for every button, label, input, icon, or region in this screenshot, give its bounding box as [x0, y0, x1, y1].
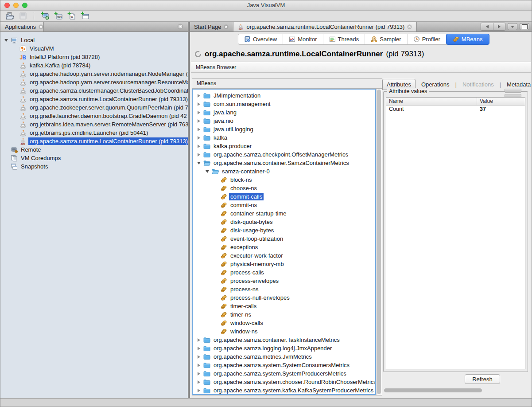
mbean-tree-item[interactable]: org.apache.samza.system.SystemProducersM…	[193, 369, 375, 378]
minimize-window-button[interactable]	[13, 3, 19, 8]
document-tab-start-page[interactable]: Start Page	[190, 22, 233, 31]
add-vm-coredump-button[interactable]: 01	[67, 11, 77, 21]
tab-list-dropdown-button[interactable]	[508, 23, 517, 30]
mbean-tree-item[interactable]: disk-usage-bytes	[193, 226, 375, 235]
mbean-tree-item[interactable]: choose-ns	[193, 184, 375, 192]
mbean-tree-item[interactable]: java.nio	[193, 117, 375, 125]
add-snapshot-button[interactable]	[80, 11, 90, 21]
save-button[interactable]	[18, 11, 28, 21]
view-tab-mbeans[interactable]: MBeans	[446, 34, 489, 45]
mbean-tree-item[interactable]: timer-ns	[193, 310, 375, 319]
expand-toggle-icon[interactable]	[196, 126, 202, 133]
mbean-tree-item[interactable]: process-null-envelopes	[193, 294, 375, 302]
view-tab-sampler[interactable]: Sampler	[365, 34, 407, 44]
application-tree-item[interactable]: JMXorg.apache.samza.runtime.LocalContain…	[0, 137, 188, 145]
scroll-tabs-left-button[interactable]	[481, 23, 493, 30]
column-header-value[interactable]: Value	[477, 98, 525, 105]
mbean-tree-item[interactable]: container-startup-time	[193, 209, 375, 218]
mbean-tree-item[interactable]: org.apache.samza.container.SamzaContaine…	[193, 159, 375, 167]
application-tree-item[interactable]: org.apache.zookeeper.server.quorum.Quoru…	[0, 103, 188, 112]
maximize-view-button[interactable]	[520, 23, 529, 30]
application-tree-item[interactable]: org.apache.samza.runtime.LocalContainerR…	[0, 95, 188, 103]
collapse-toggle-icon[interactable]	[196, 160, 202, 166]
mbeans-tree-scrollbar[interactable]	[376, 89, 382, 395]
attribute-row[interactable]: Count37	[386, 106, 525, 113]
mbean-tree-item[interactable]: window-ns	[193, 327, 375, 336]
view-tab-overview[interactable]: iOverview	[238, 34, 283, 44]
expand-toggle-icon[interactable]	[196, 143, 202, 149]
collapse-toggle-icon[interactable]	[3, 37, 9, 43]
add-remote-host-button[interactable]	[40, 11, 50, 21]
column-header-name[interactable]: Name	[386, 98, 477, 105]
application-tree-item[interactable]: VisualVM	[0, 44, 188, 53]
application-tree-item[interactable]: kafka.Kafka (pid 78784)	[0, 61, 188, 70]
mbean-tree-item[interactable]: org.apache.samza.container.TaskInstanceM…	[193, 336, 375, 344]
application-tree-item[interactable]: org.apache.samza.clustermanager.ClusterB…	[0, 86, 188, 95]
mbean-tree-item[interactable]: org.apache.samza.checkpoint.OffsetManage…	[193, 150, 375, 159]
expand-toggle-icon[interactable]	[196, 110, 202, 116]
mbean-tree-item[interactable]: executor-work-factor	[193, 251, 375, 260]
close-icon[interactable]	[407, 24, 412, 30]
zoom-window-button[interactable]	[22, 3, 27, 8]
application-tree-item[interactable]: org.jetbrains.idea.maven.server.RemoteMa…	[0, 120, 188, 129]
application-tree-item[interactable]: org.jetbrains.jps.cmdline.Launcher (pid …	[0, 129, 188, 137]
mbean-tree-item[interactable]: process-envelopes	[193, 277, 375, 285]
mbean-tree-item[interactable]: org.apache.samza.system.chooser.RoundRob…	[193, 378, 375, 386]
scrollbar-thumb[interactable]	[384, 388, 482, 392]
scroll-tabs-right-button[interactable]	[493, 23, 505, 30]
mbean-tree-item[interactable]: process-calls	[193, 268, 375, 277]
close-icon[interactable]	[38, 24, 44, 30]
application-tree-item[interactable]: org.gradle.launcher.daemon.bootstrap.Gra…	[0, 112, 188, 120]
view-tab-monitor[interactable]: Monitor	[283, 34, 323, 44]
application-tree-item[interactable]: JBIntelliJ Platform (pid 38728)	[0, 53, 188, 61]
mbean-tree-item[interactable]: org.apache.samza.logging.log4j.JmxAppend…	[193, 344, 375, 352]
application-tree-item[interactable]: org.apache.hadoop.yarn.server.resourcema…	[0, 78, 188, 86]
minimize-panel-icon[interactable]	[177, 23, 183, 30]
mbean-tree-item[interactable]: process-ns	[193, 285, 375, 294]
expand-toggle-icon[interactable]	[196, 118, 202, 124]
mbean-tree-item[interactable]: timer-calls	[193, 302, 375, 310]
mbean-tree-item[interactable]: org.apache.samza.system.SystemConsumersM…	[193, 361, 375, 369]
mbean-tree-item[interactable]: exceptions	[193, 243, 375, 251]
expand-toggle-icon[interactable]	[196, 354, 202, 360]
mbean-tree-item[interactable]: commit-calls	[193, 192, 375, 201]
expand-toggle-icon[interactable]	[196, 135, 202, 141]
mbean-tree-item[interactable]: disk-quota-bytes	[193, 218, 375, 226]
mbean-tree-item[interactable]: kafka	[193, 133, 375, 142]
mbean-tree-item[interactable]: java.lang	[193, 108, 375, 117]
application-tree-item[interactable]: VM Coredumps	[0, 154, 188, 162]
application-tree-item[interactable]: org.apache.hadoop.yarn.server.nodemanage…	[0, 70, 188, 78]
mbean-tree-item[interactable]: kafka.producer	[193, 142, 375, 150]
mbean-tree-item[interactable]: JMImplementation	[193, 91, 375, 100]
application-tree-item[interactable]: Remote	[0, 145, 188, 154]
expand-toggle-icon[interactable]	[196, 345, 202, 352]
close-icon[interactable]	[223, 24, 229, 30]
document-tab-local-container-runner[interactable]: JMXorg.apache.samza.runtime.LocalContain…	[233, 22, 417, 31]
mbean-tree-item[interactable]: samza-container-0	[193, 167, 375, 176]
mbean-tree-item[interactable]: physical-memory-mb	[193, 260, 375, 268]
mbean-tree-item[interactable]: window-calls	[193, 319, 375, 327]
expand-toggle-icon[interactable]	[196, 379, 202, 385]
expand-toggle-icon[interactable]	[196, 387, 202, 394]
view-tab-threads[interactable]: Threads	[323, 34, 365, 44]
expand-toggle-icon[interactable]	[196, 337, 202, 343]
mbean-tree-item[interactable]: org.apache.samza.system.kafka.KafkaSyste…	[193, 386, 375, 395]
detail-tab-metadata[interactable]: Metadata	[503, 79, 532, 90]
mbean-tree-item[interactable]: com.sun.management	[193, 100, 375, 108]
mbean-tree-item[interactable]: commit-ns	[193, 201, 375, 209]
expand-toggle-icon[interactable]	[196, 362, 202, 368]
application-tree-item[interactable]: Snapshots	[0, 162, 188, 171]
application-tree-item[interactable]: Local	[0, 36, 188, 44]
expand-toggle-icon[interactable]	[196, 101, 202, 107]
detail-tab-notifications[interactable]: Notifications	[458, 79, 498, 90]
refresh-button[interactable]: Refresh	[465, 374, 500, 384]
close-window-button[interactable]	[4, 3, 10, 8]
collapse-toggle-icon[interactable]	[204, 168, 210, 175]
expand-toggle-icon[interactable]	[196, 152, 202, 158]
expand-toggle-icon[interactable]	[196, 93, 202, 99]
applications-tab[interactable]: Applications	[0, 22, 44, 31]
add-jmx-connection-button[interactable]: JMX	[54, 11, 63, 21]
mbean-tree-item[interactable]: block-ns	[193, 176, 375, 184]
view-tab-profiler[interactable]: Profiler	[408, 34, 447, 44]
mbean-tree-item[interactable]: event-loop-utilization	[193, 235, 375, 243]
